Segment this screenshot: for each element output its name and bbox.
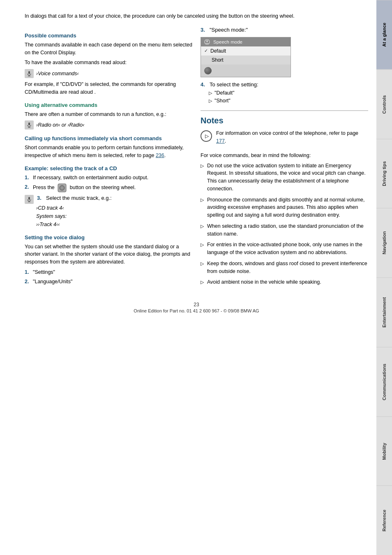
voice-dialog-step1: 1. "Settings" xyxy=(25,268,192,276)
voice-dialog-list: 1. "Settings" 2. "Language/Units" xyxy=(25,268,192,286)
step4-option1: "Default" xyxy=(209,89,368,97)
example-cd-step1: 1. If necessary, switch on entertainment… xyxy=(25,174,192,182)
intro-paragraph: In dialogs that call for a text of your … xyxy=(25,12,368,20)
example-cd-list: 1. If necessary, switch on entertainment… xyxy=(25,174,192,192)
tab-driving-tips[interactable]: Driving tips xyxy=(376,139,392,208)
tab-controls[interactable]: Controls xyxy=(376,69,392,139)
footer: 23 Online Edition for Part no. 01 41 2 6… xyxy=(25,302,368,317)
note-bullet-4: For entries in the voice-activated phone… xyxy=(201,241,368,257)
step4-line: 4. To select the setting: xyxy=(201,81,368,88)
main-content: In dialogs that call for a text of your … xyxy=(0,0,376,555)
alt-commands-heading: Using alternative commands xyxy=(25,102,192,108)
possible-commands-para1: The commands available in each case depe… xyxy=(25,41,192,57)
voice-command-radio: ›Radio on‹ or ›Radio‹ xyxy=(25,120,192,130)
svg-point-8 xyxy=(61,187,63,189)
possible-commands-para2: To have the available commands read alou… xyxy=(25,59,192,67)
mic-icon-track xyxy=(25,195,34,204)
footer-text: Online Edition for Part no. 01 41 2 600 … xyxy=(25,308,368,313)
tab-navigation[interactable]: Navigation xyxy=(376,208,392,278)
tab-communications[interactable]: Communications xyxy=(376,347,392,416)
step3-speech-block: 3. "Speech mode:" Speech mode xyxy=(201,27,368,77)
short-commands-heading: Calling up functions immediately via sho… xyxy=(25,135,192,141)
example-cd-heading: Example: selecting the track of a CD xyxy=(25,165,192,171)
voice-commands-text: ›Voice commands‹ xyxy=(36,71,79,76)
voice-dialog-step2: 2. "Language/Units" xyxy=(25,278,192,286)
svg-rect-3 xyxy=(28,123,30,125)
track-sub-lines: ›CD track 4‹ System says: ››Track 4‹‹ xyxy=(36,204,192,229)
notes-heading: Notes xyxy=(201,116,368,125)
mic-icon-voice xyxy=(25,69,34,78)
speech-mode-title: Speech mode xyxy=(201,37,291,46)
tab-mobility[interactable]: Mobility xyxy=(376,416,392,486)
note-bullet-1: Do not use the voice activation system t… xyxy=(201,162,368,193)
example-cd-dvd-text: For example, if "CD/DVD" is selected, th… xyxy=(25,81,192,96)
page-number: 23 xyxy=(25,302,368,308)
note-ref-text: For information on voice control of the … xyxy=(216,130,368,145)
alt-commands-para: There are often a number of commands to … xyxy=(25,111,192,118)
notes-intro: For voice commands, bear in mind the fol… xyxy=(201,152,368,160)
svg-rect-9 xyxy=(28,197,30,200)
speech-mode-knob-row xyxy=(201,65,291,77)
tab-reference[interactable]: Reference xyxy=(376,486,392,555)
right-column: 3. "Speech mode:" Speech mode xyxy=(201,27,368,289)
steering-wheel-button-icon xyxy=(58,183,67,192)
note-arrow-icon xyxy=(201,130,212,142)
voice-dialog-heading: Setting the voice dialog xyxy=(25,234,192,240)
example-cd-step2: 2. Press the button on the steering whee… xyxy=(25,183,192,192)
note-bullet-6: Avoid ambient noise in the vehicle while… xyxy=(201,278,368,286)
note-ref-box: For information on voice control of the … xyxy=(201,130,368,148)
step4-option2: "Short" xyxy=(209,97,368,105)
notes-section: Notes For information on voice control o… xyxy=(201,110,368,286)
voice-command-voice-commands: ›Voice commands‹ xyxy=(25,69,192,78)
voice-dialog-para: You can set whether the system should us… xyxy=(25,243,192,266)
left-column: Possible commands The commands available… xyxy=(25,27,192,289)
note-page-ref[interactable]: 177 xyxy=(216,138,225,144)
right-tabs: At a glance Controls Driving tips Naviga… xyxy=(376,0,392,555)
radio-command-text: ›Radio on‹ or ›Radio‹ xyxy=(36,122,84,128)
tab-at-a-glance[interactable]: At a glance xyxy=(376,0,392,69)
knob-icon xyxy=(204,67,212,74)
short-commands-page-ref[interactable]: 236 xyxy=(156,153,164,158)
note-bullet-2: Pronounce the commands and digits smooth… xyxy=(201,196,368,219)
step3-line: 3. "Speech mode:" xyxy=(201,27,368,33)
step4-block: 4. To select the setting: "Default" "Sho… xyxy=(201,81,368,105)
example-cd-step3-block: 3. Select the music track, e.g.: ›CD tra… xyxy=(25,195,192,229)
two-col-layout: Possible commands The commands available… xyxy=(25,27,368,289)
speech-mode-short: Short xyxy=(201,56,291,65)
speech-mode-screenshot: Speech mode ✓ Default Short xyxy=(201,37,291,77)
possible-commands-heading: Possible commands xyxy=(25,32,192,39)
svg-point-13 xyxy=(206,40,208,42)
mic-icon-radio xyxy=(25,120,34,130)
speech-mode-icon xyxy=(204,39,210,45)
note-bullet-3: When selecting a radio station, use the … xyxy=(201,222,368,238)
page-container: At a glance Controls Driving tips Naviga… xyxy=(0,0,392,555)
notes-bullet-list: Do not use the voice activation system t… xyxy=(201,162,368,287)
tab-entertainment[interactable]: Entertainment xyxy=(376,278,392,347)
short-commands-para: Short commands enable you to perform cer… xyxy=(25,144,192,160)
note-bullet-5: Keep the doors, windows and glass roof c… xyxy=(201,260,368,275)
speech-mode-default: ✓ Default xyxy=(201,46,291,56)
svg-rect-0 xyxy=(28,71,30,74)
